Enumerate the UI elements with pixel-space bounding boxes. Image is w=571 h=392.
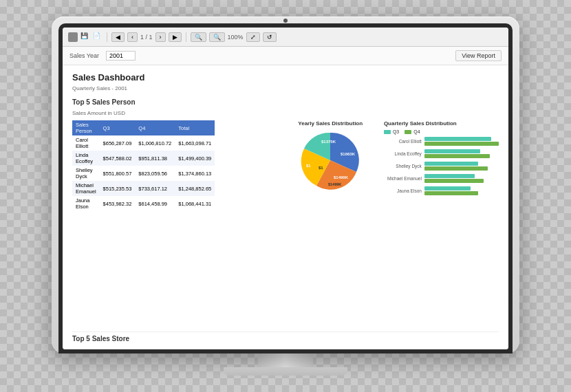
- table-cell-1-2: $951,811.38: [135, 151, 175, 166]
- sales-amount-label: Sales Amount in USD: [72, 110, 499, 116]
- table-row: Shelley Dyck$551,800.57$823,059.56$1,374…: [72, 166, 215, 181]
- table-cell-1-1: $547,588.02: [100, 151, 136, 166]
- bar-q4: [424, 179, 484, 183]
- svg-text:$1: $1: [319, 166, 323, 170]
- sales-table-section: Sales Person Q3 Q4 Total Carol Elliott$6…: [72, 120, 277, 326]
- doc-icon: 📄: [93, 32, 103, 42]
- col-header-person: Sales Person: [72, 120, 100, 135]
- salesyear-select-wrapper[interactable]: 2001: [102, 51, 136, 61]
- legend-q3: Q3: [384, 129, 399, 134]
- table-cell-3-3: $1,248,852.65: [175, 181, 215, 196]
- legend-q4-label: Q4: [413, 129, 420, 134]
- monitor-neck: [258, 353, 313, 367]
- table-cell-0-3: $1,663,098.71: [175, 135, 215, 151]
- save-icon: 💾: [80, 32, 90, 42]
- salesyear-label: Sales Year: [69, 52, 99, 59]
- zoom-in-btn[interactable]: 🔍: [209, 32, 225, 42]
- table-cell-3-0: Michael Emanuel: [72, 181, 100, 196]
- report-subtitle: Quarterly Sales - 2001: [72, 85, 499, 91]
- nav-next-btn[interactable]: ›: [155, 32, 166, 42]
- fit-btn[interactable]: ⤢: [246, 32, 260, 42]
- monitor-base: [224, 367, 347, 375]
- next-page-btn[interactable]: ▶: [169, 32, 182, 42]
- camera-dot: [283, 19, 288, 23]
- screen-bezel: 🖨 💾 📄 ◀ ‹ 1 / 1 › ▶ 🔍 🔍 100% ⤢ ↺: [58, 23, 513, 353]
- bar-label: Carol Elliott: [384, 139, 422, 144]
- report-content: Sales Dashboard Quarterly Sales - 2001 T…: [63, 65, 508, 349]
- bar-q3: [424, 162, 478, 166]
- page-info: 1 / 1: [140, 34, 153, 41]
- view-report-button[interactable]: View Report: [455, 50, 502, 61]
- table-row: Michael Emanuel$515,235.53$733,617.12$1,…: [72, 181, 215, 196]
- svg-text:$1: $1: [306, 164, 311, 168]
- sales-table: Sales Person Q3 Q4 Total Carol Elliott$6…: [72, 120, 215, 211]
- bar-label: Linda Ecoffey: [384, 151, 422, 156]
- col-header-total: Total: [175, 120, 215, 135]
- pie-chart: $1663K $1499K $1 $1375K $1 $1499K: [299, 129, 361, 191]
- bar-q4: [424, 142, 499, 146]
- bar-row: Shelley Dyck: [384, 162, 499, 171]
- table-cell-3-2: $733,617.12: [135, 181, 175, 196]
- table-cell-0-2: $1,006,810.72: [135, 135, 175, 151]
- toolbar: 🖨 💾 📄 ◀ ‹ 1 / 1 › ▶ 🔍 🔍 100% ⤢ ↺: [63, 28, 508, 47]
- table-cell-4-3: $1,068,441.31: [175, 196, 215, 211]
- svg-text:$1499K: $1499K: [334, 175, 349, 179]
- table-cell-4-1: $453,982.32: [100, 196, 136, 211]
- bar-q3: [424, 149, 480, 153]
- zoom-out-btn[interactable]: 🔍: [191, 32, 206, 42]
- bar-legend: Q3 Q4: [384, 129, 499, 134]
- bar-row: Linda Ecoffey: [384, 149, 499, 158]
- section2-title: Top 5 Sales Store: [72, 331, 499, 342]
- refresh-btn[interactable]: ↺: [263, 32, 277, 42]
- report-title: Sales Dashboard: [72, 72, 499, 83]
- table-row: Carol Elliott$656,287.09$1,006,810.72$1,…: [72, 135, 215, 151]
- bar-pair: [424, 149, 499, 158]
- sep2: [186, 32, 186, 42]
- bar-q4: [424, 154, 490, 158]
- bar-q4: [424, 166, 488, 171]
- nav-prev-btn[interactable]: ‹: [127, 32, 138, 42]
- bar-q4: [424, 191, 478, 195]
- table-cell-1-0: Linda Ecoffey: [72, 151, 100, 166]
- svg-text:$1499K: $1499K: [328, 182, 341, 186]
- bar-pair: [424, 186, 499, 195]
- bar-row: Carol Elliott: [384, 137, 499, 146]
- monitor: 🖨 💾 📄 ◀ ‹ 1 / 1 › ▶ 🔍 🔍 100% ⤢ ↺: [52, 17, 519, 353]
- bar-chart-section: Quarterly Sales Distribution Q3 Q4: [384, 120, 499, 326]
- table-row: Jauna Elson$453,982.32$614,458.99$1,068,…: [72, 196, 215, 211]
- pie-chart-title: Yearly Sales Distribution: [298, 120, 363, 127]
- print-icon: 🖨: [68, 32, 78, 42]
- table-cell-0-0: Carol Elliott: [72, 135, 100, 151]
- svg-text:$1375K: $1375K: [321, 140, 336, 144]
- table-cell-2-3: $1,374,860.13: [175, 166, 215, 181]
- table-cell-2-2: $823,059.56: [135, 166, 175, 181]
- bar-chart-title: Quarterly Sales Distribution: [384, 120, 499, 127]
- svg-text:$1663K: $1663K: [341, 152, 356, 156]
- table-cell-2-1: $551,800.57: [100, 166, 136, 181]
- bar-q3: [424, 186, 471, 190]
- bar-label: Michael Emanuel: [384, 176, 422, 181]
- col-header-q3: Q3: [100, 120, 136, 135]
- bar-pair: [424, 137, 499, 146]
- table-row: Linda Ecoffey$547,588.02$951,811.38$1,49…: [72, 151, 215, 166]
- bar-row: Michael Emanuel: [384, 174, 499, 183]
- bar-chart: Carol ElliottLinda EcoffeyShelley DyckMi…: [384, 137, 499, 195]
- legend-q3-color: [384, 130, 391, 134]
- salesyear-bar: Sales Year 2001 View Report: [63, 47, 508, 65]
- col-header-q4: Q4: [135, 120, 175, 135]
- table-cell-4-2: $614,458.99: [135, 196, 175, 211]
- prev-page-btn[interactable]: ◀: [111, 32, 125, 42]
- table-cell-0-1: $656,287.09: [100, 135, 136, 151]
- legend-q3-label: Q3: [393, 129, 399, 134]
- bar-q3: [424, 174, 475, 178]
- bar-row: Jauna Elson: [384, 186, 499, 195]
- table-cell-2-0: Shelley Dyck: [72, 166, 100, 181]
- screen: 🖨 💾 📄 ◀ ‹ 1 / 1 › ▶ 🔍 🔍 100% ⤢ ↺: [63, 28, 508, 349]
- sep1: [107, 32, 107, 42]
- salesyear-select[interactable]: 2001: [106, 51, 136, 61]
- pie-chart-section: Yearly Sales Distribution: [283, 120, 378, 326]
- table-cell-3-1: $515,235.53: [100, 181, 136, 196]
- zoom-level: 100%: [228, 34, 244, 41]
- legend-q4-color: [405, 130, 411, 134]
- bar-q3: [424, 137, 491, 141]
